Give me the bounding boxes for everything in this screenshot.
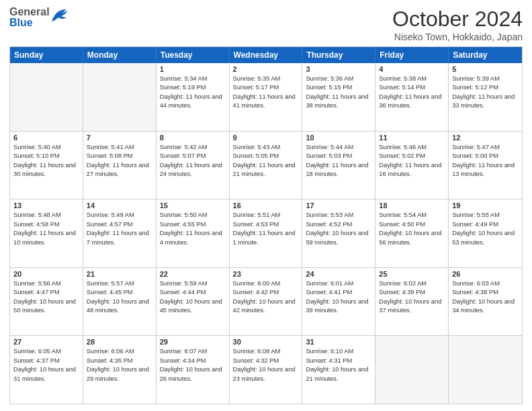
day-cell-22: 22Sunrise: 5:59 AMSunset: 4:44 PMDayligh… [157,268,230,336]
day-cell-17: 17Sunrise: 5:53 AMSunset: 4:52 PMDayligh… [302,199,375,267]
day-info: Sunrise: 5:51 AMSunset: 4:53 PMDaylight:… [233,211,299,247]
day-number: 31 [306,338,371,346]
day-info: Sunrise: 6:03 AMSunset: 4:38 PMDaylight:… [452,279,519,316]
day-cell-7: 7Sunrise: 5:41 AMSunset: 5:08 PMDaylight… [83,132,157,199]
day-info: Sunrise: 5:59 AMSunset: 4:44 PMDaylight:… [160,279,226,316]
day-number: 1 [160,65,226,73]
calendar-row-3: 20Sunrise: 5:56 AMSunset: 4:47 PMDayligh… [10,267,522,336]
page: General Blue October 2024 Niseko Town, H… [0,0,532,411]
day-number: 9 [233,134,299,142]
day-cell-24: 24Sunrise: 6:01 AMSunset: 4:41 PMDayligh… [302,268,375,336]
header: General Blue October 2024 Niseko Town, H… [9,7,523,42]
day-cell-29: 29Sunrise: 6:07 AMSunset: 4:34 PMDayligh… [157,336,230,404]
day-number: 15 [160,201,226,210]
day-info: Sunrise: 5:48 AMSunset: 4:58 PMDaylight:… [13,211,79,247]
day-cell-21: 21Sunrise: 5:57 AMSunset: 4:45 PMDayligh… [83,268,157,336]
day-number: 16 [233,201,299,210]
day-number: 5 [452,65,519,73]
header-day-friday: Friday [375,47,449,63]
day-info: Sunrise: 6:07 AMSunset: 4:34 PMDaylight:… [160,347,226,383]
empty-cell [449,336,522,404]
day-info: Sunrise: 5:38 AMSunset: 5:14 PMDaylight:… [379,75,445,111]
day-cell-3: 3Sunrise: 5:36 AMSunset: 5:15 PMDaylight… [302,63,375,131]
day-info: Sunrise: 5:40 AMSunset: 5:10 PMDaylight:… [13,143,79,179]
day-cell-9: 9Sunrise: 5:43 AMSunset: 5:05 PMDaylight… [230,132,303,199]
day-number: 21 [87,270,152,278]
calendar-header: SundayMondayTuesdayWednesdayThursdayFrid… [10,47,522,63]
day-cell-20: 20Sunrise: 5:56 AMSunset: 4:47 PMDayligh… [10,268,83,336]
day-info: Sunrise: 5:54 AMSunset: 4:50 PMDaylight:… [379,211,445,247]
day-number: 8 [160,134,226,142]
day-info: Sunrise: 5:44 AMSunset: 5:03 PMDaylight:… [306,143,371,179]
logo: General Blue [9,7,70,35]
day-info: Sunrise: 6:06 AMSunset: 4:35 PMDaylight:… [87,347,152,383]
header-day-monday: Monday [83,47,157,63]
day-info: Sunrise: 5:56 AMSunset: 4:47 PMDaylight:… [13,279,79,316]
day-info: Sunrise: 5:46 AMSunset: 5:02 PMDaylight:… [379,143,445,179]
day-number: 17 [306,201,371,210]
location-subtitle: Niseko Town, Hokkaido, Japan [392,32,523,42]
calendar-body: 1Sunrise: 5:34 AMSunset: 5:19 PMDaylight… [10,63,522,404]
empty-cell [10,63,83,131]
day-cell-28: 28Sunrise: 6:06 AMSunset: 4:35 PMDayligh… [83,336,157,404]
day-number: 30 [233,338,299,346]
day-number: 14 [87,201,152,210]
calendar: SundayMondayTuesdayWednesdayThursdayFrid… [9,46,523,404]
day-info: Sunrise: 6:08 AMSunset: 4:32 PMDaylight:… [233,347,299,383]
day-number: 4 [379,65,445,73]
day-info: Sunrise: 5:49 AMSunset: 4:57 PMDaylight:… [87,211,152,247]
header-day-thursday: Thursday [302,47,375,63]
day-info: Sunrise: 5:42 AMSunset: 5:07 PMDaylight:… [160,143,226,179]
day-info: Sunrise: 6:10 AMSunset: 4:31 PMDaylight:… [306,347,371,383]
day-cell-31: 31Sunrise: 6:10 AMSunset: 4:31 PMDayligh… [302,336,375,404]
logo-bird-icon [46,8,68,26]
header-day-sunday: Sunday [10,47,83,63]
day-number: 13 [13,201,79,210]
day-info: Sunrise: 5:47 AMSunset: 5:00 PMDaylight:… [452,143,519,179]
logo-general: General [9,7,50,17]
day-cell-15: 15Sunrise: 5:50 AMSunset: 4:55 PMDayligh… [157,199,230,267]
calendar-row-0: 1Sunrise: 5:34 AMSunset: 5:19 PMDaylight… [10,63,522,131]
day-cell-18: 18Sunrise: 5:54 AMSunset: 4:50 PMDayligh… [375,199,449,267]
day-number: 7 [87,134,152,142]
header-day-saturday: Saturday [449,47,522,63]
day-number: 2 [233,65,299,73]
day-cell-23: 23Sunrise: 6:00 AMSunset: 4:42 PMDayligh… [230,268,303,336]
logo-text: General Blue [9,7,50,28]
day-info: Sunrise: 5:34 AMSunset: 5:19 PMDaylight:… [160,75,226,111]
day-cell-14: 14Sunrise: 5:49 AMSunset: 4:57 PMDayligh… [83,199,157,267]
empty-cell [375,336,449,404]
month-title: October 2024 [392,7,523,32]
day-info: Sunrise: 6:02 AMSunset: 4:39 PMDaylight:… [379,279,445,316]
day-number: 29 [160,338,226,346]
day-info: Sunrise: 5:41 AMSunset: 5:08 PMDaylight:… [87,143,152,179]
day-cell-2: 2Sunrise: 5:35 AMSunset: 5:17 PMDaylight… [230,63,303,131]
day-number: 25 [379,270,445,278]
header-day-tuesday: Tuesday [157,47,230,63]
calendar-row-4: 27Sunrise: 6:05 AMSunset: 4:37 PMDayligh… [10,335,522,404]
day-cell-4: 4Sunrise: 5:38 AMSunset: 5:14 PMDaylight… [375,63,449,131]
logo-blue: Blue [9,17,50,28]
day-cell-25: 25Sunrise: 6:02 AMSunset: 4:39 PMDayligh… [375,268,449,336]
day-cell-1: 1Sunrise: 5:34 AMSunset: 5:19 PMDaylight… [157,63,230,131]
day-cell-16: 16Sunrise: 5:51 AMSunset: 4:53 PMDayligh… [230,199,303,267]
day-info: Sunrise: 5:57 AMSunset: 4:45 PMDaylight:… [87,279,152,316]
empty-cell [83,63,157,131]
day-info: Sunrise: 6:05 AMSunset: 4:37 PMDaylight:… [13,347,79,383]
day-info: Sunrise: 5:39 AMSunset: 5:12 PMDaylight:… [452,75,519,111]
day-cell-13: 13Sunrise: 5:48 AMSunset: 4:58 PMDayligh… [10,199,83,267]
day-info: Sunrise: 5:50 AMSunset: 4:55 PMDaylight:… [160,211,226,247]
day-cell-27: 27Sunrise: 6:05 AMSunset: 4:37 PMDayligh… [10,336,83,404]
day-info: Sunrise: 6:01 AMSunset: 4:41 PMDaylight:… [306,279,371,316]
day-number: 20 [13,270,79,278]
day-info: Sunrise: 5:43 AMSunset: 5:05 PMDaylight:… [233,143,299,179]
day-info: Sunrise: 6:00 AMSunset: 4:42 PMDaylight:… [233,279,299,316]
day-cell-8: 8Sunrise: 5:42 AMSunset: 5:07 PMDaylight… [157,132,230,199]
title-block: October 2024 Niseko Town, Hokkaido, Japa… [392,7,523,42]
day-number: 10 [306,134,371,142]
day-info: Sunrise: 5:35 AMSunset: 5:17 PMDaylight:… [233,75,299,111]
day-info: Sunrise: 5:36 AMSunset: 5:15 PMDaylight:… [306,75,371,111]
day-number: 3 [306,65,371,73]
day-number: 22 [160,270,226,278]
day-number: 11 [379,134,445,142]
